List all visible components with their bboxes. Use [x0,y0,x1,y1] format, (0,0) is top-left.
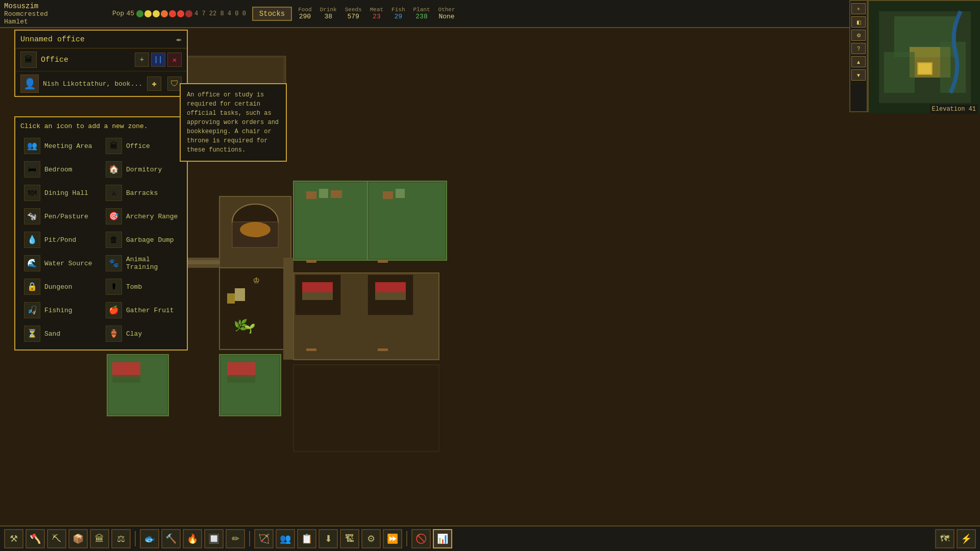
minimap-elev-down[interactable]: ▼ [851,69,866,81]
mini-map-controls: + ◧ ⚙ ? ▲ ▼ [849,0,868,112]
zone-item-water-source[interactable]: 🌊 Water Source [20,253,100,274]
zone-item-office[interactable]: 🏛 Office [102,135,182,157]
zone-item-animal-training[interactable]: 🐾 Animal Training [102,253,182,274]
resource-bar: Food 290 Drink 38 Seeds 579 Meat 23 Fish… [298,7,455,20]
zone-item-sand[interactable]: ⏳ Sand [20,323,100,344]
pop-icon-1 [136,10,143,17]
zone-item-gather-fruit[interactable]: 🍎 Gather Fruit [102,299,182,321]
toolbar-btn-dig[interactable]: ⛏ [47,529,66,548]
toolbar-btn-right2[interactable]: ⚡ [957,529,976,548]
resource-drink: Drink 38 [320,7,337,20]
meeting-area-icon: 👥 [24,138,40,154]
minimap-ctrl-2[interactable]: ◧ [851,16,866,28]
svg-rect-44 [293,365,439,452]
water-source-label: Water Source [44,260,92,267]
toolbar-btn-buildings[interactable]: 🏗 [340,529,359,548]
svg-rect-37 [306,348,316,351]
resource-seeds: Seeds 579 [345,7,362,20]
drink-value: 38 [324,13,332,20]
toolbar-btn-workshop[interactable]: ⚙ [361,529,381,548]
zone-item-meeting-area[interactable]: 👥 Meeting Area [20,135,100,157]
svg-text:♔: ♔ [253,274,259,286]
zone-item-barracks[interactable]: ⚔ Barracks [102,182,182,204]
fishing-icon: 🎣 [24,302,40,318]
zone-item-fishing[interactable]: 🎣 Fishing [20,299,100,321]
worker-assign-button[interactable]: ✚ [147,77,161,91]
zone-item-pen-pasture[interactable]: 🐄 Pen/Pasture [20,206,100,227]
tomb-label: Tomb [126,283,142,291]
zone-item-pit-pond[interactable]: 💧 Pit/Pond [20,229,100,251]
office-icon: 🏛 [106,138,122,154]
pop-icon-7 [185,10,192,17]
zone-item-clay[interactable]: 🏺 Clay [102,323,182,344]
toolbar-separator-1 [135,531,136,546]
barracks-label: Barracks [126,189,158,197]
svg-rect-41 [331,190,342,198]
minimap-ctrl-3[interactable]: ⚙ [851,30,866,41]
zone-item-tomb[interactable]: ⚰ Tomb [102,276,182,297]
zone-item-archery-range[interactable]: 🎯 Archery Range [102,206,182,227]
toolbar-btn-units[interactable]: 👥 [276,529,295,548]
bedroom-icon: 🛏 [24,161,40,178]
office-zone-label: Office [41,56,131,64]
toolbar-btn-select[interactable]: 🔲 [204,529,224,548]
barracks-icon: ⚔ [106,185,122,201]
add-button[interactable]: + [135,53,149,67]
zone-item-dungeon[interactable]: 🔒 Dungeon [20,276,100,297]
zone-item-garbage-dump[interactable]: 🗑 Garbage Dump [102,229,182,251]
pop-nums: 4 7 22 8 4 0 0 [194,10,246,17]
pen-pasture-icon: 🐄 [24,208,40,224]
minimap-zoom-in[interactable]: + [851,3,866,14]
toolbar-btn-jobs[interactable]: 📋 [297,529,316,548]
fort-info: Mosuszim Roomcrested Hamlet [4,2,106,26]
toolbar-btn-extra1[interactable]: 📊 [433,529,452,548]
dungeon-icon: 🔒 [24,279,40,295]
resource-other: Other None [438,7,455,20]
toolbar-btn-wood[interactable]: 🪓 [26,529,45,548]
plant-label: Plant [413,7,430,13]
worker-row: 👤 Nish Likottathur, book... ✚ 🛡 [15,71,187,96]
fish-value: 29 [395,13,403,20]
seeds-label: Seeds [345,7,362,13]
toolbar-btn-military[interactable]: 🏹 [254,529,274,548]
toolbar-btn-fire[interactable]: 🔥 [183,529,202,548]
pop-label: Pop [112,10,124,17]
pop-icon-5 [169,10,176,17]
toolbar-btn-stockpiles[interactable]: 📦 [68,529,88,548]
office-zone-icon: 🏛 [20,52,37,68]
sand-label: Sand [44,330,60,338]
toolbar-btn-cancel[interactable]: 🚫 [411,529,431,548]
pop-icon-4 [161,10,168,17]
zone-item-dining-hall[interactable]: 🍽 Dining Hall [20,182,100,204]
minimap-ctrl-4[interactable]: ? [851,43,866,54]
toolbar-btn-rooms[interactable]: 🏛 [90,529,109,548]
toolbar-btn-more[interactable]: ⏩ [383,529,402,548]
office-tooltip: An office or study is required for certa… [180,83,287,162]
zone-item-bedroom[interactable]: 🛏 Bedroom [20,159,100,180]
toolbar-btn-designate[interactable]: ✏ [226,529,245,548]
toolbar-btn-mining[interactable]: ⚒ [4,529,23,548]
svg-rect-43 [396,189,405,198]
zone-item-dormitory[interactable]: 🏠 Dormitory [102,159,182,180]
toolbar-btn-zones[interactable]: 🐟 [140,529,159,548]
archery-range-icon: 🎯 [106,208,122,224]
other-value: None [438,13,454,20]
minimap-elev-up[interactable]: ▲ [851,56,866,67]
stocks-button[interactable]: Stocks [252,7,292,21]
dining-hall-icon: 🍽 [24,185,40,201]
toolbar-btn-dig2[interactable]: 🔨 [161,529,181,548]
pit-pond-label: Pit/Pond [44,236,76,244]
toolbar-btn-right1[interactable]: 🗺 [935,529,954,548]
office-title: Unnamed office [20,35,85,44]
toolbar-btn-orders[interactable]: ⚖ [111,529,131,548]
close-button[interactable]: ✕ [167,53,182,67]
toolbar-btn-down[interactable]: ⬇ [318,529,338,548]
food-value: 290 [299,13,311,20]
dining-hall-label: Dining Hall [44,189,88,197]
sand-icon: ⏳ [24,325,40,342]
mini-map [868,0,980,112]
svg-rect-33 [283,258,293,360]
meat-value: 23 [373,13,381,20]
svg-rect-6 [369,183,445,259]
pause-button[interactable]: || [151,53,165,67]
